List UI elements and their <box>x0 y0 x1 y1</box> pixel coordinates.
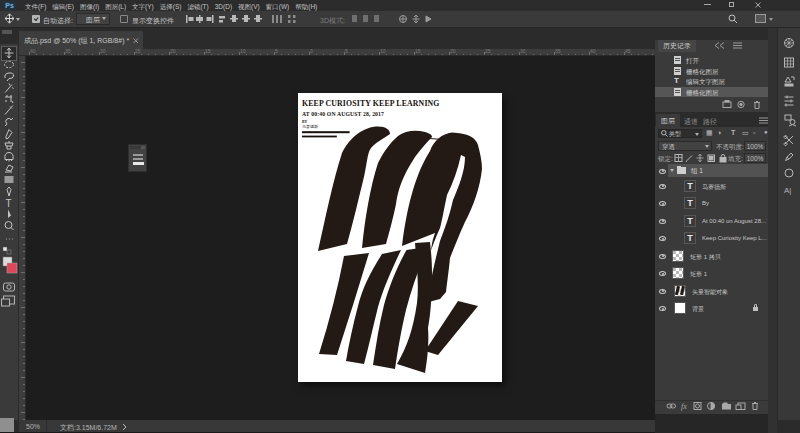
svg-text:马赛德斯: 马赛德斯 <box>302 124 318 129</box>
svg-text:AT 00:40 ON AUGUST 28, 2017: AT 00:40 ON AUGUST 28, 2017 <box>302 111 384 117</box>
svg-text:fx: fx <box>681 402 687 411</box>
svg-text:KEEP CURIOSITY KEEP LEARNING: KEEP CURIOSITY KEEP LEARNING <box>302 99 440 108</box>
svg-text:A|: A| <box>784 186 791 195</box>
svg-text:T: T <box>6 198 12 209</box>
